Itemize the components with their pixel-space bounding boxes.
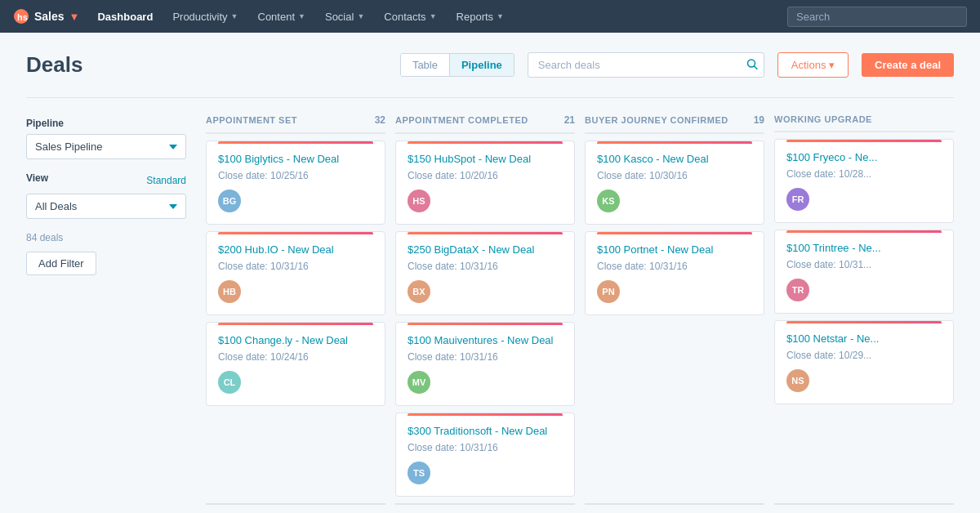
col-footer-appointment-completed: Total: $800 — [395, 503, 575, 513]
card-close-date: Close date: 10/31/16 — [597, 261, 752, 272]
card-deal-name: $100 Kasco - New Deal — [597, 153, 752, 165]
card-close-date: Close date: 10/29... — [786, 350, 942, 361]
card-avatar: MV — [408, 371, 430, 394]
card-avatar: CL — [218, 371, 241, 394]
view-select[interactable]: All Deals — [26, 194, 186, 219]
card-close-date: Close date: 10/31/16 — [408, 351, 563, 363]
card-close-date: Close date: 10/31/16 — [218, 261, 373, 272]
nav-productivity[interactable]: Productivity ▼ — [164, 0, 246, 33]
nav-social[interactable]: Social ▼ — [317, 0, 372, 33]
create-deal-button[interactable]: Create a deal — [862, 53, 954, 77]
card-close-date: Close date: 10/20/16 — [408, 170, 563, 181]
card-close-date: Close date: 10/25/16 — [218, 170, 373, 181]
nav-content[interactable]: Content ▼ — [250, 0, 314, 33]
pipeline-select[interactable]: Sales Pipeline — [26, 134, 186, 159]
card-avatar: BG — [218, 190, 241, 212]
card-avatar: NS — [786, 369, 809, 392]
kanban-col-working-upgrade: WORKING UPGRADE $100 Fryeco - Ne... Clos… — [774, 114, 954, 513]
brand-caret: ▼ — [69, 11, 80, 23]
card-close-date: Close date: 10/24/16 — [218, 351, 373, 363]
col-footer-working-upgrade: Total: — [774, 503, 954, 513]
view-table-button[interactable]: Table — [401, 54, 449, 76]
standard-link[interactable]: Standard — [146, 175, 186, 186]
col-footer-buyer-journey-confirmed: Total: $1,230 — [585, 503, 764, 513]
col-title-working-upgrade: WORKING UPGRADE — [774, 114, 947, 124]
view-label: View — [26, 172, 48, 184]
cards-container-appointment-set: $100 Biglytics - New Deal Close date: 10… — [206, 141, 385, 497]
cards-container-working-upgrade: $100 Fryeco - Ne... Close date: 10/28...… — [774, 139, 954, 497]
add-filter-button[interactable]: Add Filter — [26, 252, 96, 275]
kanban-card[interactable]: $100 Trintree - Ne... Close date: 10/31.… — [774, 230, 954, 314]
card-avatar: HS — [408, 190, 430, 212]
card-deal-name: $100 Portnet - New Deal — [597, 243, 752, 256]
nav-reports[interactable]: Reports ▼ — [448, 0, 512, 33]
card-avatar: TS — [408, 462, 430, 484]
nav-dashboard[interactable]: Dashboard — [89, 0, 161, 33]
kanban-card[interactable]: $100 Netstar - Ne... Close date: 10/29..… — [774, 320, 954, 404]
actions-button[interactable]: Actions ▾ — [777, 52, 849, 78]
deals-count: 84 deals — [26, 232, 186, 243]
topnav-search-input[interactable] — [787, 7, 967, 27]
kanban-col-appointment-completed: APPOINTMENT COMPLETED 21 $150 HubSpot - … — [395, 114, 575, 513]
kanban-card[interactable]: $200 Hub.IO - New Deal Close date: 10/31… — [206, 231, 385, 315]
sidebar: Pipeline Sales Pipeline View Standard Al… — [26, 114, 206, 513]
card-avatar: KS — [597, 190, 620, 212]
card-deal-name: $100 Change.ly - New Deal — [218, 334, 373, 346]
col-header-appointment-set: APPOINTMENT SET 32 — [206, 114, 385, 134]
kanban-card[interactable]: $100 Kasco - New Deal Close date: 10/30/… — [585, 141, 764, 225]
top-navigation: hs Sales ▼ Dashboard Productivity ▼ Cont… — [0, 0, 980, 33]
col-count-buyer-journey-confirmed: 19 — [754, 114, 764, 126]
kanban-col-buyer-journey-confirmed: BUYER JOURNEY CONFIRMED 19 $100 Kasco - … — [585, 114, 764, 513]
card-avatar: TR — [786, 279, 809, 301]
view-toggle: Table Pipeline — [400, 53, 514, 77]
col-footer-appointment-set: Total: $400 — [206, 503, 385, 513]
search-icon-button[interactable] — [746, 58, 758, 72]
card-deal-name: $100 Biglytics - New Deal — [218, 153, 373, 165]
card-deal-name: $250 BigDataX - New Deal — [408, 243, 563, 256]
card-deal-name: $100 Trintree - Ne... — [786, 242, 942, 254]
page-title: Deals — [26, 52, 82, 78]
kanban-card[interactable]: $300 Traditionsoft - New Deal Close date… — [395, 413, 575, 497]
card-avatar: PN — [597, 280, 620, 303]
kanban-card[interactable]: $150 HubSpot - New Deal Close date: 10/2… — [395, 141, 575, 225]
kanban-card[interactable]: $100 Biglytics - New Deal Close date: 10… — [206, 141, 385, 225]
col-title-appointment-completed: APPOINTMENT COMPLETED — [395, 115, 558, 125]
svg-text:hs: hs — [17, 12, 28, 22]
cards-container-buyer-journey-confirmed: $100 Kasco - New Deal Close date: 10/30/… — [585, 141, 764, 497]
col-count-appointment-set: 32 — [375, 114, 385, 126]
page-divider — [26, 97, 954, 98]
card-avatar: HB — [218, 280, 241, 303]
card-deal-name: $300 Traditionsoft - New Deal — [408, 425, 563, 437]
col-title-appointment-set: APPOINTMENT SET — [206, 115, 368, 125]
card-deal-name: $150 HubSpot - New Deal — [408, 153, 563, 165]
card-deal-name: $200 Hub.IO - New Deal — [218, 243, 373, 256]
card-close-date: Close date: 10/30/16 — [597, 170, 752, 181]
card-close-date: Close date: 10/31/16 — [408, 442, 563, 453]
kanban-col-appointment-set: APPOINTMENT SET 32 $100 Biglytics - New … — [206, 114, 385, 513]
content-caret: ▼ — [298, 12, 305, 20]
brand-logo[interactable]: hs Sales ▼ — [13, 8, 79, 25]
col-count-appointment-completed: 21 — [564, 114, 575, 126]
social-caret: ▼ — [357, 12, 364, 20]
card-avatar: FR — [786, 188, 809, 211]
view-pipeline-button[interactable]: Pipeline — [449, 54, 514, 76]
card-close-date: Close date: 10/31/16 — [408, 261, 563, 272]
col-header-working-upgrade: WORKING UPGRADE — [774, 114, 954, 132]
kanban-card[interactable]: $100 Mauiventures - New Deal Close date:… — [395, 322, 575, 406]
cards-container-appointment-completed: $150 HubSpot - New Deal Close date: 10/2… — [395, 141, 575, 497]
kanban-card[interactable]: $100 Portnet - New Deal Close date: 10/3… — [585, 231, 764, 315]
productivity-caret: ▼ — [231, 12, 238, 20]
col-header-buyer-journey-confirmed: BUYER JOURNEY CONFIRMED 19 — [585, 114, 764, 134]
page-wrapper: Deals Table Pipeline Actions ▾ Create a … — [0, 33, 980, 513]
reports-caret: ▼ — [497, 12, 504, 20]
kanban-card[interactable]: $250 BigDataX - New Deal Close date: 10/… — [395, 231, 575, 315]
search-box — [528, 52, 764, 78]
brand-name: Sales — [34, 10, 65, 23]
pipeline-label: Pipeline — [26, 118, 186, 129]
kanban-card[interactable]: $100 Fryeco - Ne... Close date: 10/28...… — [774, 139, 954, 223]
kanban-card[interactable]: $100 Change.ly - New Deal Close date: 10… — [206, 322, 385, 406]
svg-line-3 — [754, 66, 757, 69]
main-content: Pipeline Sales Pipeline View Standard Al… — [26, 114, 954, 513]
search-deals-input[interactable] — [528, 52, 764, 78]
nav-contacts[interactable]: Contacts ▼ — [376, 0, 444, 33]
